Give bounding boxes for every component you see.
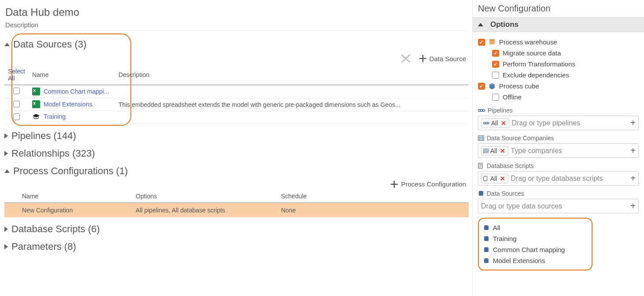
dropdown-item-model-extensions[interactable]: Model Extensions — [483, 255, 587, 266]
checkbox[interactable] — [478, 83, 485, 90]
section-label: Data Sources (3) — [13, 39, 86, 50]
placeholder-text: Type companies — [511, 147, 563, 155]
add-chip-button[interactable]: + — [630, 201, 636, 211]
section-data-sources[interactable]: Data Sources (3) — [4, 39, 469, 50]
add-process-config-button[interactable]: Process Configuration — [390, 180, 466, 188]
svg-point-5 — [484, 122, 485, 124]
database-icon — [483, 236, 489, 242]
option-offline[interactable]: Offline — [478, 91, 639, 102]
pipelines-input[interactable]: All ✕ Drag or type pipelines + — [478, 116, 639, 130]
table-row[interactable]: Common Chart mappi... — [4, 85, 469, 98]
table-row[interactable]: New Configuration All pipelines, All dat… — [4, 203, 469, 217]
chip-remove-icon[interactable]: ✕ — [499, 147, 506, 154]
add-chip-button[interactable]: + — [630, 146, 636, 156]
excel-icon — [32, 88, 40, 95]
pc-options-header[interactable]: Options — [132, 190, 278, 203]
data-sources-dropdown: All Training Common Chart mapping Model … — [478, 218, 592, 270]
pipelines-icon — [483, 121, 489, 125]
right-panel-title: New Configuration — [473, 0, 644, 17]
pc-name-header[interactable]: Name — [4, 190, 132, 203]
pc-row-schedule: None — [278, 203, 469, 217]
scissors-icon — [400, 54, 411, 63]
table-row[interactable]: Training — [4, 111, 469, 124]
desc-header[interactable]: Description — [115, 65, 469, 85]
cube-icon — [489, 83, 496, 90]
dropdown-label: Model Extensions — [493, 257, 545, 264]
option-process-cube[interactable]: Process cube — [478, 80, 639, 91]
add-label: Data Source — [429, 55, 466, 62]
dropdown-item-training[interactable]: Training — [483, 233, 587, 244]
svg-rect-11 — [484, 176, 487, 180]
chevron-down-icon — [4, 169, 10, 173]
chip-label: All — [490, 147, 497, 154]
section-relationships[interactable]: Relationships (323) — [4, 148, 469, 159]
chip-label: All — [490, 175, 497, 182]
add-data-source-button[interactable]: Data Source — [419, 55, 466, 62]
chevron-right-icon — [4, 133, 8, 139]
database-icon — [483, 225, 489, 231]
chevron-down-icon — [478, 23, 483, 26]
data-sources-input[interactable]: Drag or type data sources + — [478, 199, 639, 213]
row-link[interactable]: Model Extensions — [44, 101, 93, 108]
companies-input[interactable]: All ✕ Type companies + — [478, 143, 639, 158]
database-icon — [483, 247, 489, 253]
page-subtitle: Description — [5, 21, 469, 31]
row-link[interactable]: Common Chart mappi... — [44, 88, 109, 95]
options-section-header[interactable]: Options — [473, 17, 644, 32]
dropdown-item-all[interactable]: All — [483, 222, 587, 233]
row-checkbox[interactable] — [13, 113, 20, 120]
db-scripts-input[interactable]: All ✕ Drag or type database scripts + — [478, 171, 639, 186]
placeholder-text: Drag or type database scripts — [511, 175, 603, 183]
name-header[interactable]: Name — [29, 65, 115, 85]
excel-icon — [32, 100, 40, 108]
option-process-warehouse[interactable]: Process warehouse — [478, 37, 639, 48]
checkbox[interactable] — [478, 39, 485, 46]
add-chip-button[interactable]: + — [630, 118, 636, 128]
section-parameters[interactable]: Parameters (8) — [4, 241, 469, 252]
option-label: Process warehouse — [499, 38, 557, 46]
section-database-scripts[interactable]: Database Scripts (6) — [4, 223, 469, 235]
script-icon — [483, 176, 489, 181]
placeholder-text: Drag or type pipelines — [512, 119, 581, 127]
database-icon — [478, 190, 484, 197]
option-label: Exclude dependencies — [503, 71, 569, 79]
section-label: Relationships (323) — [11, 148, 95, 159]
chip-all[interactable]: All ✕ — [481, 146, 508, 156]
table-icon — [478, 135, 484, 141]
checkbox[interactable] — [492, 94, 499, 101]
dropdown-item-common-chart[interactable]: Common Chart mapping — [483, 244, 587, 255]
select-all-header[interactable]: Select All — [4, 65, 29, 85]
graduation-cap-icon — [32, 113, 40, 120]
option-migrate-source-data[interactable]: Migrate source data — [478, 48, 639, 58]
checkbox[interactable] — [492, 61, 499, 68]
chevron-down-icon — [4, 43, 10, 46]
chevron-right-icon — [4, 227, 8, 232]
dropdown-label: Common Chart mapping — [493, 246, 565, 253]
checkbox[interactable] — [492, 72, 499, 79]
table-row[interactable]: Model Extensions This embedded spreadshe… — [4, 98, 469, 111]
plus-icon — [419, 55, 427, 62]
option-label: Offline — [503, 93, 522, 101]
section-process-configurations[interactable]: Process Configurations (1) — [4, 165, 469, 177]
chip-all[interactable]: All ✕ — [481, 118, 509, 128]
script-icon — [478, 163, 484, 169]
add-chip-button[interactable]: + — [630, 173, 636, 183]
option-perform-transformations[interactable]: Perform Transformations — [478, 58, 639, 69]
db-scripts-subheader: Database Scripts — [478, 162, 639, 169]
row-desc — [115, 85, 469, 98]
option-exclude-dependencies[interactable]: Exclude dependencies — [478, 69, 639, 80]
row-link[interactable]: Training — [44, 113, 66, 120]
chip-remove-icon[interactable]: ✕ — [499, 175, 506, 182]
chip-all[interactable]: All ✕ — [481, 174, 508, 183]
ds-companies-subheader: Data Source Companies — [478, 135, 639, 142]
row-checkbox[interactable] — [13, 88, 20, 94]
chip-remove-icon[interactable]: ✕ — [500, 120, 507, 127]
row-checkbox[interactable] — [13, 101, 20, 107]
pc-row-name: New Configuration — [4, 203, 132, 217]
section-label: Parameters (8) — [11, 241, 76, 252]
svg-rect-8 — [478, 136, 484, 141]
process-config-table: Name Options Schedule New Configuration … — [4, 190, 469, 217]
checkbox[interactable] — [492, 50, 499, 57]
pc-schedule-header[interactable]: Schedule — [278, 190, 469, 203]
section-pipelines[interactable]: Pipelines (144) — [4, 130, 469, 142]
